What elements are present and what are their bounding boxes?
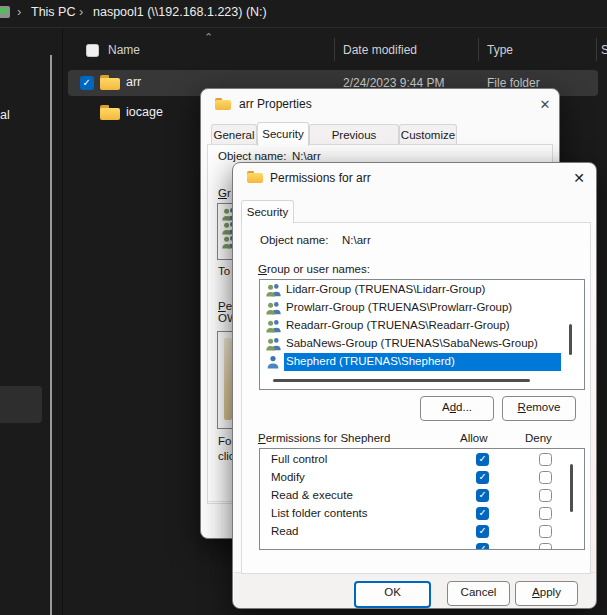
permission-name: Modify	[271, 471, 305, 483]
permission-name: Read	[271, 525, 299, 537]
user-list-item[interactable]: Shepherd (TRUENAS\Shepherd)	[261, 353, 583, 371]
permission-name: List folder contents	[271, 507, 368, 519]
screen: › This PC › naspool1 (\\192.168.1.223) (…	[0, 0, 607, 615]
breadcrumb-this-pc[interactable]: This PC	[31, 5, 75, 19]
tab-customize[interactable]: Customize	[399, 124, 457, 145]
tab-security[interactable]: Security	[241, 200, 294, 223]
deny-checkbox[interactable]	[539, 471, 552, 484]
permission-row: Modify	[261, 469, 583, 487]
this-pc-icon	[0, 6, 10, 18]
column-header-type[interactable]: Type	[487, 43, 513, 57]
breadcrumb: › This PC › naspool1 (\\192.168.1.223) (…	[0, 0, 607, 26]
allow-checkbox[interactable]	[476, 489, 489, 502]
column-separator[interactable]	[478, 38, 479, 61]
object-name-value: N:\arr	[342, 234, 371, 246]
user-label: Prowlarr-Group (TRUENAS\Prowlarr-Group)	[286, 301, 512, 313]
edit-hint-fragment: To	[218, 265, 230, 277]
column-header-date-modified[interactable]: Date modified	[343, 43, 417, 57]
user-label: Lidarr-Group (TRUENAS\Lidarr-Group)	[286, 283, 485, 295]
permission-name: Full control	[271, 453, 327, 465]
deny-checkbox[interactable]	[539, 453, 552, 466]
pane-splitter[interactable]	[50, 55, 52, 615]
remove-button[interactable]: Remove	[502, 396, 576, 421]
user-label: SabaNews-Group (TRUENAS\SabaNews-Group)	[286, 337, 538, 349]
apply-button[interactable]: Apply	[515, 581, 578, 606]
add-button[interactable]: Add...	[420, 396, 494, 421]
folder-icon	[100, 75, 120, 90]
object-name-label: Object name:	[218, 150, 286, 162]
user-list-item[interactable]: Readarr-Group (TRUENAS\Readarr-Group)	[261, 317, 583, 335]
permissions-list[interactable]: Full controlModifyRead & executeList fol…	[259, 448, 585, 550]
cancel-button[interactable]: Cancel	[447, 581, 510, 606]
sidebar-item-hover[interactable]	[0, 386, 42, 423]
allow-checkbox[interactable]	[476, 543, 489, 550]
row-checkbox[interactable]	[80, 76, 94, 90]
column-header-name[interactable]: Name	[108, 43, 140, 57]
select-all-checkbox[interactable]	[86, 44, 99, 57]
allow-column-header: Allow	[460, 432, 487, 444]
dialog-title: arr Properties	[239, 97, 312, 111]
permission-row: Read	[261, 523, 583, 541]
allow-checkbox[interactable]	[476, 525, 489, 538]
deny-checkbox[interactable]	[539, 489, 552, 502]
file-name[interactable]: iocage	[126, 105, 163, 119]
column-separator[interactable]	[334, 38, 335, 61]
sort-ascending-icon: ⌃	[204, 31, 213, 44]
allow-checkbox[interactable]	[476, 453, 489, 466]
permissions-for-label: Permissions for Shepherd	[258, 432, 390, 444]
pane-divider	[62, 30, 63, 615]
group-user-list[interactable]: Lidarr-Group (TRUENAS\Lidarr-Group)Prowl…	[259, 279, 585, 390]
permission-row: Read & execute	[261, 487, 583, 505]
user-list-item[interactable]: SabaNews-Group (TRUENAS\SabaNews-Group)	[261, 335, 583, 353]
tab-security[interactable]: Security	[257, 122, 309, 146]
user-label: Readarr-Group (TRUENAS\Readarr-Group)	[286, 319, 510, 331]
user-icon	[266, 355, 280, 373]
tab-previous-versions[interactable]: Previous Versions	[309, 124, 399, 145]
permission-row	[261, 541, 583, 550]
security-tab-page: Object name: N:\arr Group or user names:…	[241, 222, 591, 574]
column-header-size[interactable]: Size	[601, 43, 607, 57]
object-name-value: N:\arr	[292, 150, 321, 162]
folder-icon	[247, 171, 263, 183]
deny-checkbox[interactable]	[539, 543, 552, 550]
folder-icon	[100, 105, 120, 120]
user-list-item[interactable]: Lidarr-Group (TRUENAS\Lidarr-Group)	[261, 281, 583, 299]
header-divider	[0, 27, 607, 28]
column-separator[interactable]	[596, 38, 597, 61]
breadcrumb-chevron-icon: ›	[79, 4, 83, 19]
file-name[interactable]: arr	[126, 75, 141, 89]
object-name-label: Object name:	[260, 234, 328, 246]
group-names-label: Group or user names:	[258, 263, 370, 275]
tab-general[interactable]: General	[211, 124, 257, 145]
close-button[interactable]: ✕	[537, 97, 553, 113]
breadcrumb-chevron-icon: ›	[17, 4, 21, 19]
permission-row: Full control	[261, 451, 583, 469]
permissions-dialog: Permissions for arr ✕ Security Object na…	[232, 162, 597, 609]
deny-column-header: Deny	[525, 432, 552, 444]
permissions-for-fragment: Pe	[218, 300, 232, 312]
close-button[interactable]: ✕	[571, 170, 587, 186]
breadcrumb-location[interactable]: naspool1 (\\192.168.1.223) (N:)	[93, 5, 267, 19]
clipped-content	[224, 338, 232, 420]
deny-checkbox[interactable]	[539, 507, 552, 520]
allow-checkbox[interactable]	[476, 471, 489, 484]
user-label: Shepherd (TRUENAS\Shepherd)	[286, 355, 455, 367]
allow-checkbox[interactable]	[476, 507, 489, 520]
permission-name: Read & execute	[271, 489, 353, 501]
deny-checkbox[interactable]	[539, 525, 552, 538]
ok-button[interactable]: OK	[354, 581, 431, 608]
horizontal-scrollbar[interactable]	[273, 379, 530, 382]
folder-icon	[215, 98, 231, 110]
group-names-label: Gr	[218, 187, 231, 199]
user-list-item[interactable]: Prowlarr-Group (TRUENAS\Prowlarr-Group)	[261, 299, 583, 317]
sidebar-item-fragment[interactable]: al	[0, 108, 10, 122]
permission-row: List folder contents	[261, 505, 583, 523]
dialog-title: Permissions for arr	[270, 171, 371, 185]
